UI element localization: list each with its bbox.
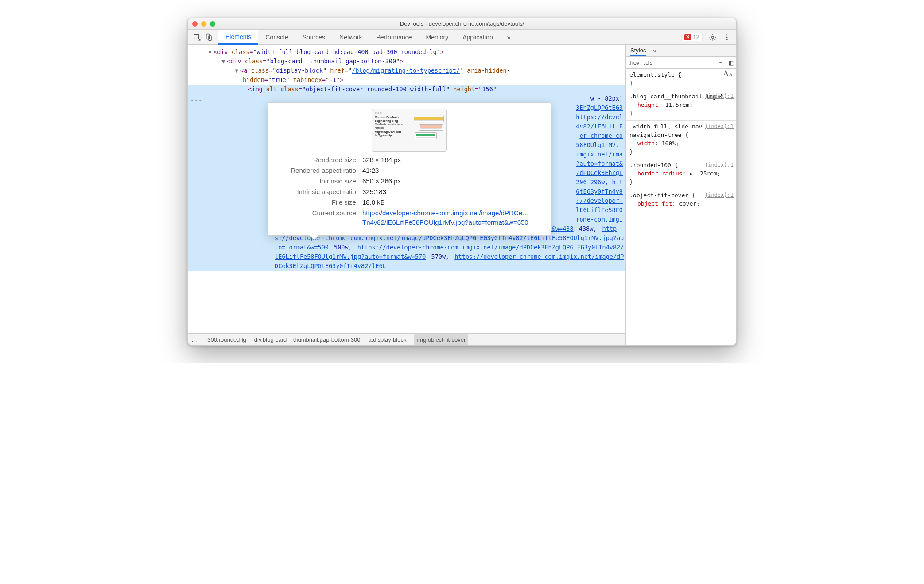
font-size-icon: AA xyxy=(723,70,733,79)
css-rule[interactable]: (index):1 .width-full, side-nav navigati… xyxy=(626,121,736,159)
dom-breadcrumbs[interactable]: … -300.rounded-lg div.blog-card__thumbna… xyxy=(188,333,625,345)
gear-icon[interactable] xyxy=(709,33,717,41)
tab-performance[interactable]: Performance xyxy=(369,30,419,44)
tab-sources[interactable]: Sources xyxy=(295,30,332,44)
tab-memory[interactable]: Memory xyxy=(419,30,456,44)
css-rule[interactable]: (index):1 .blog-card__thumbnail img { he… xyxy=(626,90,736,121)
sidebar-tabs-overflow-icon[interactable]: » xyxy=(653,47,656,54)
intrinsic-aspect-ratio: 325∶183 xyxy=(362,187,543,196)
hov-toggle[interactable]: :hov xyxy=(629,59,640,66)
breadcrumb-item[interactable]: a.display-block xyxy=(368,335,406,344)
devtools-toolbar: Elements Console Sources Network Perform… xyxy=(188,30,736,45)
inspect-icon[interactable] xyxy=(193,33,201,41)
traffic-lights xyxy=(192,21,215,27)
tab-application[interactable]: Application xyxy=(455,30,500,44)
current-source[interactable]: https://developer-chrome-com.imgix.net/i… xyxy=(362,208,543,227)
overlay-thumbnail: Chrome DevTools engineering blog DevTool… xyxy=(372,109,447,152)
panel-tabs: Elements Console Sources Network Perform… xyxy=(218,30,517,44)
file-size: 18.0 kB xyxy=(362,198,543,207)
svg-point-5 xyxy=(726,36,728,38)
dom-node-a-cont[interactable]: hidden="true" tabindex="-1"> xyxy=(200,75,625,85)
breadcrumb-item-selected[interactable]: img.object-fit-cover xyxy=(414,334,468,345)
breadcrumb-item[interactable]: -300.rounded-lg xyxy=(206,335,246,344)
gutter-ellipsis-icon: ••• xyxy=(190,96,202,105)
close-icon[interactable] xyxy=(192,21,198,27)
elements-panel[interactable]: ••• ▼<div class="width-full blog-card md… xyxy=(188,45,625,345)
breadcrumb-item[interactable]: div.blog-card__thumbnail.gap-bottom-300 xyxy=(254,335,361,344)
device-icon[interactable] xyxy=(205,33,213,41)
dom-node-img[interactable]: <img alt class="object-fit-cover rounded… xyxy=(200,85,625,94)
css-rule[interactable]: (index):1 .object-fit-cover { object-fit… xyxy=(626,189,736,210)
css-rule[interactable]: AA element.style { } xyxy=(626,69,736,90)
breadcrumb-overflow-icon[interactable]: … xyxy=(191,335,198,344)
rendered-size: 328 × 184 px xyxy=(362,155,543,164)
dom-node-div-blogcard[interactable]: ▼<div class="width-full blog-card md:pad… xyxy=(200,47,625,57)
tab-console[interactable]: Console xyxy=(258,30,295,44)
tab-network[interactable]: Network xyxy=(332,30,369,44)
dom-node-div-thumbnail[interactable]: ▼<div class="blog-card__thumbnail gap-bo… xyxy=(200,57,625,66)
intrinsic-size: 650 × 366 px xyxy=(362,176,543,186)
sidebar-tab-styles[interactable]: Styles xyxy=(630,47,646,56)
tabs-overflow-icon[interactable]: » xyxy=(500,30,518,44)
dom-node-a[interactable]: ▼<a class="display-block" href="/blog/mi… xyxy=(200,66,625,75)
window-title: DevTools - developer.chrome.com/tags/dev… xyxy=(192,20,732,27)
devtools-window: DevTools - developer.chrome.com/tags/dev… xyxy=(187,18,737,346)
rendered-aspect-ratio: 41∶23 xyxy=(362,166,543,175)
error-counter[interactable]: ✕ 12 xyxy=(681,33,703,41)
cls-toggle[interactable]: .cls xyxy=(644,59,653,66)
new-rule-icon[interactable]: ＋ xyxy=(718,58,724,66)
error-count: 12 xyxy=(693,34,699,40)
css-rule[interactable]: (index):1 .rounded-100 { border-radius: … xyxy=(626,159,736,189)
kebab-icon[interactable] xyxy=(723,33,731,41)
minimize-icon[interactable] xyxy=(201,21,206,27)
titlebar: DevTools - developer.chrome.com/tags/dev… xyxy=(188,18,736,30)
tab-elements[interactable]: Elements xyxy=(218,30,258,45)
zoom-icon[interactable] xyxy=(210,21,215,27)
sidebar-pane-icon[interactable]: ◧ xyxy=(728,59,734,66)
svg-point-4 xyxy=(726,34,728,35)
styles-sidebar: Styles » :hov .cls ＋ ◧ AA element.style … xyxy=(625,45,736,345)
svg-point-3 xyxy=(712,36,714,38)
image-hover-overlay: Chrome DevTools engineering blog DevTool… xyxy=(268,102,551,236)
styles-rules[interactable]: AA element.style { } (index):1 .blog-car… xyxy=(626,69,736,345)
svg-point-6 xyxy=(726,39,728,40)
error-icon: ✕ xyxy=(684,34,691,40)
